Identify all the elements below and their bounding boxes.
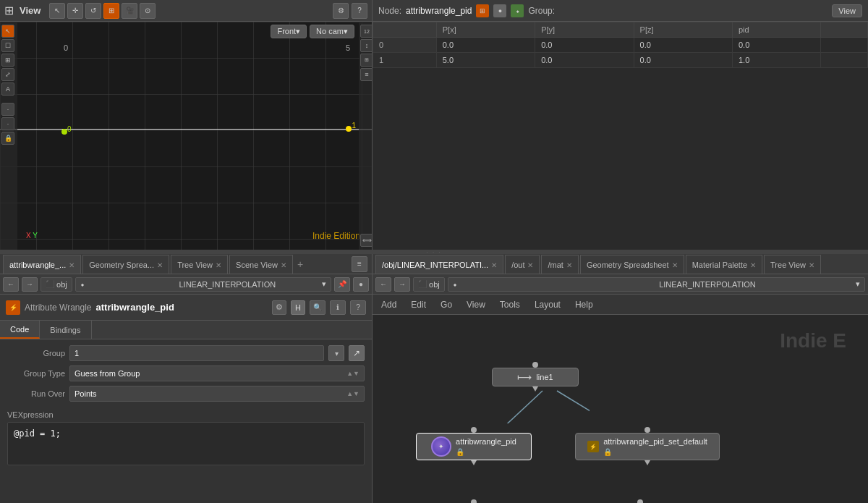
header-icon-orange[interactable]: ⊞ <box>476 4 489 17</box>
node-line1-port-top[interactable] <box>532 362 538 368</box>
left-ctrl-box[interactable]: ☐ <box>1 39 14 52</box>
tab-scene-close[interactable]: ✕ <box>281 261 286 269</box>
nav-pin-btn[interactable]: 📌 <box>334 277 350 292</box>
nocam-button[interactable]: No cam▾ <box>310 25 354 38</box>
display-options[interactable]: ⚙ <box>333 3 349 19</box>
menu-edit[interactable]: Edit <box>408 298 429 311</box>
group-field-input[interactable]: 1 <box>69 345 324 361</box>
tab-material-close[interactable]: ✕ <box>750 261 756 269</box>
node-resample1-port-top[interactable] <box>471 499 477 503</box>
left-ctrl-pts[interactable]: · <box>1 117 14 130</box>
header-icon-green[interactable]: ⬥ <box>511 4 524 17</box>
front-button[interactable]: Front▾ <box>271 25 307 38</box>
tab-bindings[interactable]: Bindings <box>40 321 91 339</box>
tab-scene-view[interactable]: Scene View ✕ <box>229 255 293 274</box>
rc-1[interactable]: 12 <box>360 25 372 38</box>
tab-tree-view-graph[interactable]: Tree View ✕ <box>764 255 821 274</box>
rc-4[interactable]: ≡ <box>360 68 372 81</box>
graph-node-dropdown[interactable]: ⬥ LINEAR_INTERPOLATION ▾ <box>448 277 865 292</box>
node-resample1[interactable]: ≋ resample1 <box>423 499 524 503</box>
run-over-select[interactable]: Points ▲▼ <box>69 386 365 402</box>
node-attribwrangle-pid[interactable]: ✦ attribwrangle_pid 🔒 <box>416 427 532 465</box>
row-0-pz: 0.0 <box>634 38 732 53</box>
left-ctrl-3[interactable]: A <box>1 83 14 96</box>
attr-h-button[interactable]: H <box>291 300 305 315</box>
col-header-px: P[x] <box>436 22 535 38</box>
tab-code[interactable]: Code <box>0 321 40 339</box>
node-aw-pid-port-bottom[interactable] <box>471 460 477 465</box>
header-icon-gray[interactable]: ● <box>493 4 506 17</box>
tab-tree-view[interactable]: Tree View ✕ <box>171 255 228 274</box>
help-btn[interactable]: ? <box>352 3 367 19</box>
menu-view[interactable]: View <box>464 298 488 311</box>
panel-menu[interactable]: ≡ <box>352 256 367 272</box>
menu-tools[interactable]: Tools <box>497 298 523 311</box>
menu-help[interactable]: Help <box>572 298 596 311</box>
rotate-tool[interactable]: ↺ <box>85 3 101 19</box>
graph-nav-forward[interactable]: → <box>394 277 410 292</box>
node-resample2[interactable]: ≋ resample2 <box>590 499 691 503</box>
nav-back-btn[interactable]: ← <box>3 277 19 292</box>
graph-canvas[interactable]: Indie E ⟼ line1 <box>373 315 868 503</box>
tab-tree-close[interactable]: ✕ <box>216 261 221 269</box>
node-line1[interactable]: ⟼ line1 <box>492 362 579 392</box>
node-line1-box[interactable]: ⟼ line1 <box>492 368 579 386</box>
snap-tool[interactable]: ⊙ <box>140 3 156 19</box>
tab-add-button[interactable]: + <box>294 254 306 274</box>
tab-out[interactable]: /out ✕ <box>505 255 540 274</box>
tab-geometry-close[interactable]: ✕ <box>157 261 163 269</box>
attr-info-btn[interactable]: ℹ <box>330 300 346 315</box>
left-ctrl-select[interactable]: ↖ <box>1 25 14 38</box>
tab-geometry-spread[interactable]: Geometry Sprea... ✕ <box>82 255 169 274</box>
graph-nav-back[interactable]: ← <box>375 277 391 292</box>
group-pointer-btn[interactable]: ↗ <box>349 345 365 361</box>
node-aw-pid-port-top[interactable] <box>471 427 477 433</box>
cam-tool[interactable]: 🎥 <box>122 3 137 19</box>
tab-geom-close[interactable]: ✕ <box>672 261 678 269</box>
select-tool[interactable]: ↖ <box>49 3 65 19</box>
attr-help-btn[interactable]: ? <box>350 300 366 315</box>
vex-editor[interactable]: @pid = 1; <box>7 422 365 465</box>
menu-layout[interactable]: Layout <box>532 298 563 311</box>
tab-tree-label: Tree View <box>177 261 213 269</box>
nav-cam-btn[interactable]: ● <box>353 277 369 292</box>
node-aw-set-port-bottom[interactable] <box>644 460 650 465</box>
tab-treeview-close[interactable]: ✕ <box>809 261 814 269</box>
left-ctrl-move[interactable]: ⊞ <box>1 54 14 67</box>
attr-search-btn[interactable]: 🔍 <box>310 300 326 315</box>
left-ctrl-lock[interactable]: 🔒 <box>1 132 14 145</box>
rc-3[interactable]: ⊞ <box>360 54 372 67</box>
transform-tool[interactable]: ⊞ <box>103 3 119 19</box>
left-ctrl-scale[interactable]: ⤢ <box>1 68 14 81</box>
node-line1-port-bottom[interactable] <box>532 386 538 392</box>
tab-geom-spreadsheet[interactable]: Geometry Spreadsheet ✕ <box>580 255 684 274</box>
tab-material-palette[interactable]: Material Palette ✕ <box>686 255 762 274</box>
nav-obj-path[interactable]: ⬛ obj <box>41 277 72 292</box>
tab-attribwrangle[interactable]: attribwrangle_... ✕ <box>3 255 81 274</box>
view-button[interactable]: View <box>832 4 862 17</box>
tab-out-close[interactable]: ✕ <box>527 261 533 269</box>
node-aw-pid-box[interactable]: ✦ attribwrangle_pid 🔒 <box>416 433 532 460</box>
node-aw-pid-set-default[interactable]: ⚡ attribwrangle_pid_set_default 🔒 <box>575 427 720 465</box>
graph-obj-path[interactable]: ⬛ obj <box>413 277 445 292</box>
rc-2[interactable]: ↕ <box>360 39 372 52</box>
spreadsheet-panel: Node: attribwrangle_pid ⊞ ● ⬥ Group: Vie… <box>373 0 868 250</box>
group-dropdown-btn[interactable]: ▾ <box>328 345 344 361</box>
tab-obj-close[interactable]: ✕ <box>491 261 497 269</box>
node-aw-set-port-top[interactable] <box>644 427 650 433</box>
tab-obj-linear[interactable]: /obj/LINEAR_INTERPOLATI... ✕ <box>375 255 503 274</box>
menu-add[interactable]: Add <box>378 298 399 311</box>
spreadsheet-table: P[x] P[y] P[z] pid 0 0.0 0.0 0.0 0.0 <box>373 22 868 68</box>
tab-mat[interactable]: /mat ✕ <box>541 255 578 274</box>
attr-gear-button[interactable]: ⚙ <box>272 300 286 315</box>
node-resample2-port-top[interactable] <box>637 499 643 503</box>
nav-node-dropdown[interactable]: ⬥ LINEAR_INTERPOLATION ▾ <box>75 277 331 292</box>
nav-forward-btn[interactable]: → <box>22 277 38 292</box>
tab-mat-close[interactable]: ✕ <box>566 261 572 269</box>
move-tool[interactable]: ✛ <box>67 3 83 19</box>
tab-attribwrangle-close[interactable]: ✕ <box>69 261 75 269</box>
rc-bottom[interactable]: ⟺ <box>360 234 372 247</box>
node-aw-set-box[interactable]: ⚡ attribwrangle_pid_set_default 🔒 <box>575 433 720 460</box>
menu-go[interactable]: Go <box>438 298 455 311</box>
group-type-select[interactable]: Guess from Group ▲▼ <box>69 365 365 381</box>
